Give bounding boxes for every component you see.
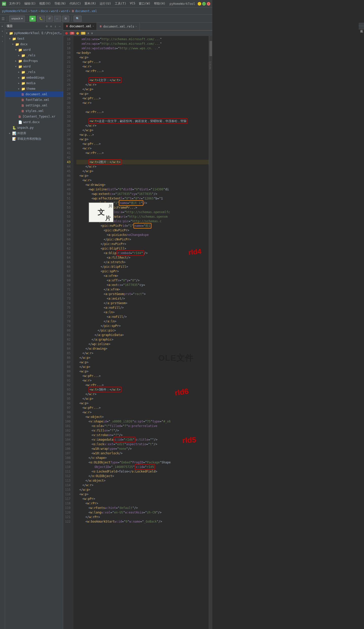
menu-tools[interactable]: 工具(T) [113,1,128,6]
ln-69: 69 [63,278,72,283]
tree-root[interactable]: ▼ 📁 pyHomeWorkTool E:\Project\p [5,30,63,36]
tree-item-unpack-py[interactable]: ▶ 🐍 unpack.py [5,125,63,130]
menu-nav[interactable]: 导航(N) [53,1,67,6]
ln-68: 68 [63,274,72,278]
breadcrumb-file[interactable]: document.xml [75,9,97,13]
run-button[interactable]: ▶ [29,16,36,22]
settings-button[interactable]: ⚙ [62,16,69,22]
tree-item-rels-outer[interactable]: ▶ 📁 _rels [5,53,63,58]
back-button[interactable]: ← [54,16,61,22]
ln-67: 67 [63,269,72,274]
menu-file[interactable]: 文件(F) [8,1,22,6]
refresh-button[interactable]: ↺ [46,16,53,22]
code-line-76: <a:ln> [76,310,209,314]
code-line-85: </w:r> [76,351,209,355]
ln-94: 94 [63,392,72,396]
ln-61: 61 [63,242,72,246]
tree-item-content-types[interactable]: ▶ 🗎 [Content_Types].xr [5,114,63,119]
minimize-button[interactable]: − [198,2,201,6]
code-line-88: </w:p> [76,365,209,369]
menu-refactor[interactable]: 重构(R) [83,1,98,6]
tab-document-xml[interactable]: 🗎 document.xml × [63,23,97,30]
panel-collapse-icon[interactable]: ↕ [54,25,57,28]
error-up-arrow[interactable]: ∧ [87,32,89,35]
breadcrumb-docx[interactable]: docx [41,9,48,13]
tree-item-fonttable[interactable]: ▶ 🗎 fontTable.xml [5,97,63,103]
menu-help[interactable]: 帮助(H) [152,1,167,6]
panel-header: 项目 ⚙ ≡ ↕ − [5,23,63,30]
tree-item-external-lib[interactable]: ▶ 📊 外部库 [5,130,63,136]
breadcrumb-root[interactable]: pyHomeWorkTool [2,9,28,13]
ln-70: 70 [63,283,72,287]
window-controls[interactable]: − □ × [198,2,210,6]
tree-item-docx[interactable]: ▼ 📁 docx [5,41,63,47]
tree-item-embeddings[interactable]: ▶ 📁 embeddings [5,75,63,80]
tree-item-word-outer[interactable]: ▼ 📁 word [5,47,63,53]
tree-item-rels-inner[interactable]: ▶ 📁 _rels [5,69,63,75]
code-wrapper[interactable]: 16 17 18 19 20 21 22 23 24 25 26 27 28 2… [63,36,212,629]
left-icon-2[interactable]: ≡ [0,29,5,33]
breadcrumb-test[interactable]: test [30,9,38,13]
menu-code[interactable]: 代码(C) [68,1,83,6]
unpack-button[interactable]: unpack ▾ [9,16,25,22]
tree-item-docprops[interactable]: ▶ 📁 docProps [5,58,63,64]
panel-settings-icon[interactable]: ≡ [49,25,53,28]
ln-28: 28 [63,92,72,96]
ln-78: 78 [63,319,72,324]
tree-item-media[interactable]: ▶ 📁 media [5,80,63,86]
code-content[interactable]: xmlns:wne="http://schemas.microsoft.com/… [73,36,209,629]
left-icon-4[interactable]: ↕ [0,39,5,43]
tree-label-scratch: 草稿文件和控制台 [17,137,41,141]
tab-document-xml-rels-close[interactable]: × [135,25,137,28]
close-button[interactable]: × [207,2,210,6]
ln-65: 65 [63,260,72,264]
menu-vcs[interactable]: VCS [128,1,137,6]
file-tree: ▼ 📁 pyHomeWorkTool E:\Project\p ▼ 📁 test… [5,30,63,629]
ln-76: 76 [63,310,72,314]
debug-button[interactable]: 🐛 [37,16,45,22]
scview-bar[interactable]: ScView [209,36,212,629]
tab-document-xml-rels-label: document.xml.rels [103,25,134,28]
panel-minimize-icon[interactable]: − [58,25,61,28]
menu-window[interactable]: 窗口(W) [137,1,152,6]
tree-label-word-docx: word.docx [23,120,40,124]
tree-item-styles[interactable]: ▶ 🗎 styles.xml [5,108,63,114]
tree-item-word-inner[interactable]: ▼ 📁 word [5,64,63,69]
tree-item-settings[interactable]: ▶ 🗎 settings.xml [5,103,63,108]
breadcrumb-word1[interactable]: word [51,9,58,13]
code-line-25: <w:t>1文字：</w:t> [76,78,209,82]
ln-72: 72 [63,292,72,296]
ln-102: 102 [63,428,72,433]
scview-thumb[interactable] [210,41,212,56]
tree-item-test[interactable]: ▼ 📁 test [5,36,63,41]
ln-16: 16 [63,37,72,41]
code-line-115: </w:p> [76,487,209,492]
tree-item-theme[interactable]: ▶ 📁 theme [5,86,63,92]
tree-item-document-xml[interactable]: ▶ 🗎 document.xml [5,92,63,97]
left-icon-3[interactable]: ↕ [0,34,5,38]
tree-item-word-docx[interactable]: ▶ 📄 word.docx [5,119,63,125]
ln-35: 35 [63,123,72,128]
code-line-60: </pic:cNvPicPr> [76,237,209,242]
panel-gear-icon[interactable]: ⚙ [45,25,48,28]
menu-edit[interactable]: 编辑(E) [23,1,37,6]
ln-24: 24 [63,73,72,78]
error-down-arrow[interactable]: ∨ [91,32,93,35]
menu-view[interactable]: 视图(V) [38,1,52,6]
code-line-27: </w:p> [76,87,209,92]
tree-label-media: media [26,81,35,85]
breadcrumb-word2[interactable]: word [61,9,68,13]
menu-run[interactable]: 运行(U) [98,1,113,6]
search-button[interactable]: 🔍 [74,16,82,22]
tree-item-scratch[interactable]: ▶ 📝 草稿文件和控制台 [5,136,63,142]
tab-document-xml-label: document.xml [70,25,92,28]
left-icon-1[interactable]: ▶ [0,24,5,28]
ln-86: 86 [63,355,72,360]
maximize-button[interactable]: □ [202,2,206,6]
ln-66: 66 [63,264,72,269]
tab-document-xml-close[interactable]: × [93,25,94,28]
tab-document-xml-rels[interactable]: 🗎 document.xml.rels × [97,23,140,30]
ln-90: 90 [63,374,72,378]
code-line-28: <w:p> [76,92,209,96]
menu-bar[interactable]: 文件(F) 编辑(E) 视图(V) 导航(N) 代码(C) 重构(R) 运行(U… [8,1,167,6]
